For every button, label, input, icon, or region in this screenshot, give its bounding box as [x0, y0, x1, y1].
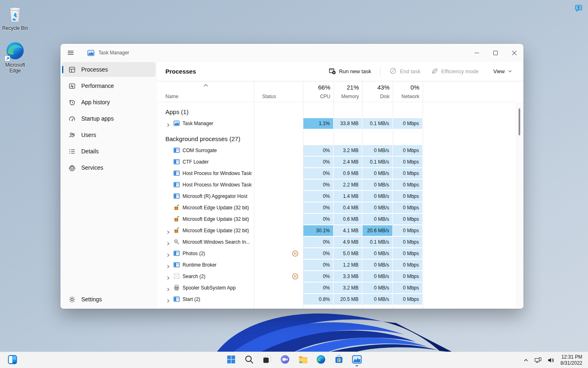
memory-cell: 2.4 MB [334, 157, 362, 167]
taskbar-button-file-explorer[interactable] [295, 354, 311, 367]
sidebar-item-settings[interactable]: Settings [62, 292, 156, 307]
taskbar-button-task-manager[interactable] [349, 354, 365, 367]
efficiency-mode-button[interactable]: Efficiency mode [427, 65, 483, 78]
process-row[interactable]: Photos (2)0%5.0 MB0 MB/s0 Mbps [157, 248, 523, 259]
expand-chevron-icon[interactable] [166, 286, 170, 293]
sidebar-item-users[interactable]: Users [62, 128, 156, 142]
expand-chevron-icon[interactable] [166, 263, 170, 270]
disk-cell: 0 MB/s [363, 283, 392, 293]
column-disk[interactable]: 43% Disk [363, 81, 393, 102]
network-cell: 0 Mbps [393, 118, 422, 129]
app-history-icon [68, 99, 76, 106]
process-row[interactable]: Runtime Broker0%1.2 MB0 MB/s0 Mbps [157, 259, 523, 271]
process-row[interactable]: Task Manager1.1%33.8 MB0.1 MB/s0 Mbps [157, 118, 523, 129]
process-row[interactable]: Microsoft Edge Update (32 bit)0%0.6 MB0 … [157, 213, 523, 225]
disk-cell: 0 MB/s [363, 248, 392, 259]
memory-total-percent: 21% [347, 84, 359, 91]
start-icon [226, 355, 236, 366]
network-cell: 0 Mbps [393, 157, 422, 167]
notification-bubble-icon[interactable] [575, 4, 582, 12]
column-cpu[interactable]: 66% CPU [303, 81, 334, 102]
network-cell: 0 Mbps [393, 191, 422, 202]
process-row[interactable]: CTF Loader0%2.4 MB0.1 MB/s0 Mbps [157, 156, 523, 168]
chat-icon [280, 355, 290, 366]
expand-chevron-icon[interactable] [166, 297, 170, 305]
column-network[interactable]: 0% Network [393, 81, 423, 102]
recycle-bin-icon [0, 3, 30, 25]
volume-icon[interactable] [546, 354, 557, 367]
taskbar-button-search[interactable] [241, 354, 257, 367]
expand-chevron-icon[interactable] [166, 274, 170, 282]
view-dropdown[interactable]: View [489, 66, 516, 77]
process-row[interactable]: Spooler SubSystem App0%3.2 MB0 MB/s0 Mbp… [157, 282, 523, 294]
taskbar-button-task-view[interactable] [259, 354, 275, 367]
network-cell: 0 Mbps [393, 248, 422, 259]
chevron-up-icon[interactable] [521, 354, 531, 367]
run-new-task-button[interactable]: Run new task [325, 65, 375, 78]
minimize-button[interactable] [467, 44, 486, 62]
memory-cell: 4.1 MB [334, 225, 362, 236]
maximize-button[interactable] [486, 44, 505, 62]
process-name: Microsoft Edge Update (32 bit) [183, 225, 249, 236]
process-row[interactable]: Microsoft Windows Search In...0%4.9 MB0.… [157, 236, 523, 248]
searchidx-process-icon [174, 239, 180, 245]
sidebar-item-details[interactable]: Details [62, 144, 156, 159]
network-cell: 0 Mbps [393, 294, 422, 305]
group-header[interactable]: Background processes (27) [157, 132, 523, 145]
taskbar-button-widgets[interactable] [4, 354, 20, 367]
taskbar-button-store[interactable] [331, 354, 347, 367]
sidebar-item-services[interactable]: Services [62, 160, 156, 175]
process-row[interactable]: Search (2)0%3.3 MB0 MB/s0 Mbps [157, 271, 523, 282]
process-name: Search (2) [183, 271, 205, 282]
disk-cell: 20.6 MB/s [363, 225, 392, 236]
desktop-icon-recycle-bin[interactable]: Recycle Bin [0, 3, 30, 31]
process-row[interactable]: COM Surrogate0%3.2 MB0 MB/s0 Mbps [157, 145, 523, 156]
details-icon [68, 148, 76, 155]
memory-cell: 3.2 MB [334, 145, 362, 156]
sidebar-item-performance[interactable]: Performance [62, 79, 156, 93]
expand-chevron-icon[interactable] [166, 251, 170, 259]
column-status[interactable]: Status [254, 81, 303, 102]
scrollbar-track[interactable] [515, 102, 523, 309]
taskmgr-process-icon [174, 120, 180, 127]
process-row[interactable]: Microsoft (R) Aggregator Host0%1.4 MB0 M… [157, 191, 523, 202]
window-title: Task Manager [98, 50, 129, 56]
row-spacer [157, 129, 523, 132]
process-row[interactable]: Host Process for Windows Tasks0%0.9 MB0 … [157, 168, 523, 179]
process-name: Task Manager [183, 118, 213, 129]
sidebar-item-label: Startup apps [81, 115, 114, 122]
end-task-button[interactable]: End task [385, 65, 425, 78]
sidebar-item-app-history[interactable]: App history [62, 95, 156, 110]
titlebar[interactable]: Task Manager [60, 44, 523, 62]
process-row[interactable]: Microsoft Edge Update (32 bit)30.1%4.1 M… [157, 225, 523, 236]
expand-chevron-icon[interactable] [166, 240, 170, 247]
processes-icon [68, 66, 76, 73]
taskbar-button-edge[interactable] [313, 354, 329, 367]
process-row[interactable]: Start (2)0.8%20.5 MB0 MB/s0 Mbps [157, 294, 523, 305]
memory-cell: 4.9 MB [334, 237, 362, 247]
taskbar-clock[interactable]: 12:31 PM 8/31/2022 [558, 354, 585, 366]
desktop-icon-microsoft-edge[interactable]: Microsoft Edge [0, 41, 30, 74]
group-header[interactable]: Apps (1) [157, 105, 523, 118]
main-pane: Processes Run new task [157, 62, 523, 309]
close-button[interactable] [505, 44, 523, 62]
taskbar-button-start[interactable] [223, 354, 239, 367]
expand-chevron-icon[interactable] [166, 121, 170, 129]
end-task-icon [390, 67, 396, 76]
process-row[interactable]: Microsoft Edge Update (32 bit)0%0.4 MB0 … [157, 202, 523, 213]
winapp-process-icon [174, 296, 180, 303]
process-name: COM Surrogate [183, 145, 217, 156]
memory-cell: 1.2 MB [334, 260, 362, 270]
taskbar-button-chat[interactable] [277, 354, 293, 367]
process-row[interactable]: Host Process for Windows Tasks0%2.2 MB0 … [157, 179, 523, 191]
scrollbar-thumb[interactable] [519, 108, 520, 135]
column-memory[interactable]: 21% Memory [334, 81, 362, 102]
disk-cell: 0 MB/s [363, 202, 392, 213]
column-name[interactable]: Name [157, 81, 254, 102]
sidebar-item-processes[interactable]: Processes [62, 62, 156, 77]
hamburger-menu-button[interactable] [64, 46, 78, 59]
expand-chevron-icon[interactable] [166, 229, 170, 236]
process-name: CTF Loader [183, 156, 209, 168]
network-icon[interactable] [532, 354, 544, 367]
sidebar-item-startup-apps[interactable]: Startup apps [62, 111, 156, 126]
